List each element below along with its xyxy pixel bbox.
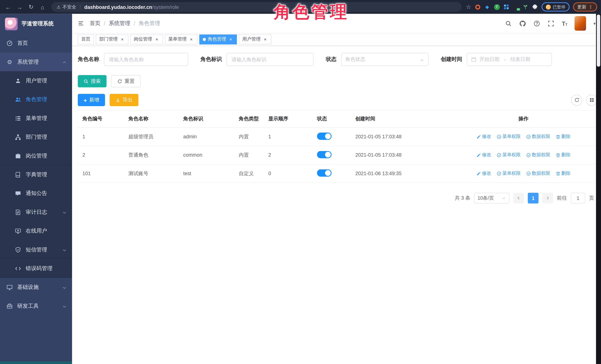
sidebar-item-sms-management[interactable]: 短信管理	[0, 240, 72, 259]
column-settings-button[interactable]	[586, 94, 597, 106]
search-icon[interactable]	[505, 20, 512, 27]
browser-update-button[interactable]: 更新 ⋮	[573, 2, 597, 11]
app-logo[interactable]: 芋道管理系统	[0, 14, 72, 34]
tab-dept-management[interactable]: 部门管理×	[96, 34, 128, 44]
extension-puzzle-icon[interactable]	[532, 4, 538, 10]
user-avatar[interactable]	[575, 16, 586, 31]
action-label: 菜单权限	[502, 170, 521, 177]
breadcrumb-item[interactable]: 首页	[90, 20, 100, 27]
tab-home[interactable]: 首页	[78, 34, 94, 44]
chevron-down-icon	[62, 247, 67, 252]
page-content: 角色名称 角色标识 状态 角色状态	[72, 46, 601, 364]
sidebar-item-menu-management[interactable]: 菜单管理	[0, 109, 72, 128]
delete-action[interactable]: 删除	[556, 133, 571, 140]
extension-sprout-icon[interactable]	[522, 4, 529, 10]
online-icon	[15, 228, 21, 234]
github-icon[interactable]	[519, 20, 526, 27]
circle-check-icon	[526, 153, 531, 157]
create-time-range-picker[interactable]: 开始日期 - 结束日期	[467, 53, 552, 66]
edit-action[interactable]: 修改	[476, 170, 491, 177]
sidebar-item-infrastructure[interactable]: 基础设施	[0, 278, 72, 296]
page-number-button[interactable]: 1	[528, 193, 539, 204]
sidebar-item-dept-management[interactable]: 部门管理	[0, 128, 72, 146]
menu-permission-action[interactable]: 菜单权限	[497, 152, 521, 158]
caret-down-icon[interactable]: ▾	[594, 21, 596, 26]
sidebar-item-system-management[interactable]: ⚙系统管理	[0, 53, 72, 71]
fullscreen-icon[interactable]	[548, 20, 554, 27]
extension-green-icon[interactable]: 7	[494, 4, 500, 10]
end-date-placeholder: 结束日期	[510, 56, 530, 63]
breadcrumb-item[interactable]: 系统管理	[109, 20, 130, 27]
tab-role-management[interactable]: 角色管理×	[199, 34, 237, 44]
sidebar-item-notice-announcement[interactable]: 通知公告	[0, 184, 72, 203]
help-icon[interactable]	[533, 20, 540, 27]
sidebar-item-audit-log[interactable]: 审计日志	[0, 203, 72, 221]
next-page-button[interactable]	[542, 193, 553, 204]
role-key-input[interactable]	[227, 53, 314, 66]
data-permission-action[interactable]: 数据权限	[526, 133, 550, 140]
goto-page-input[interactable]	[571, 193, 585, 204]
edit-action[interactable]: 修改	[476, 133, 491, 140]
status-select[interactable]: 角色状态	[341, 53, 429, 66]
cell-key: admin	[179, 134, 234, 139]
extension-on-icon[interactable]: on	[513, 4, 519, 10]
font-size-icon[interactable]: TT	[562, 20, 567, 27]
close-icon[interactable]: ×	[120, 37, 125, 42]
tab-menu-management[interactable]: 菜单管理×	[165, 34, 197, 44]
sidebar-item-role-management[interactable]: 角色管理	[0, 90, 72, 109]
close-icon[interactable]: ×	[189, 37, 194, 42]
refresh-table-button[interactable]	[571, 94, 582, 106]
status-toggle[interactable]	[317, 169, 331, 177]
cell-actions: 修改菜单权限数据权限删除	[450, 133, 597, 140]
close-icon[interactable]: ×	[228, 37, 233, 42]
browser-reload-icon[interactable]: ↻	[27, 3, 35, 11]
close-icon[interactable]: ×	[263, 37, 268, 42]
sidebar-item-user-management[interactable]: 用户管理	[0, 71, 72, 90]
column-header: 状态	[312, 115, 351, 122]
data-permission-action[interactable]: 数据权限	[526, 152, 550, 158]
status-toggle[interactable]	[317, 132, 331, 140]
scrollbar-thumb[interactable]	[597, 15, 600, 67]
sidebar-item-error-code-management[interactable]: 错误码管理	[0, 259, 72, 278]
extension-grid-icon[interactable]	[503, 4, 509, 10]
export-button[interactable]: 导出	[110, 94, 138, 106]
browser-menu-icon[interactable]: ⋮	[588, 4, 593, 10]
browser-home-icon[interactable]: ⌂	[38, 3, 47, 11]
table-row: 2普通角色common内置22021-01-05 17:03:48修改菜单权限数…	[78, 146, 597, 164]
sidebar-item-label: 在线用户	[26, 227, 47, 234]
profile-paused-badge[interactable]: 已暂停	[541, 2, 570, 11]
tab-post-management[interactable]: 岗位管理×	[130, 34, 163, 44]
sidebar-item-dict-management[interactable]: 字典管理	[0, 165, 72, 184]
browser-forward-icon[interactable]: →	[15, 3, 24, 11]
menu-permission-action[interactable]: 菜单权限	[497, 133, 521, 140]
pagination: 共 3 条 10条/页 1 前往	[78, 193, 597, 204]
bookmark-star-icon[interactable]: ☆	[466, 3, 471, 10]
page-size-select[interactable]: 10条/页	[474, 193, 509, 204]
status-toggle[interactable]	[317, 151, 331, 158]
sidebar-item-label: 字典管理	[26, 171, 47, 178]
extension-gem-icon[interactable]: ◆	[484, 4, 490, 10]
address-bar[interactable]: ⚠ 不安全 dashboard.yudao.iocoder.cn /system…	[51, 2, 461, 12]
shield-icon	[15, 247, 21, 253]
menu-permission-action[interactable]: 菜单权限	[497, 170, 521, 177]
role-name-input[interactable]	[104, 53, 188, 66]
sidebar-item-dev-tools[interactable]: 研发工具	[0, 297, 72, 315]
reset-button[interactable]: 重置	[111, 75, 140, 87]
insecure-warning-icon: ⚠	[57, 4, 60, 10]
sidebar-item-online-users[interactable]: 在线用户	[0, 221, 72, 240]
prev-page-button[interactable]	[513, 193, 524, 204]
close-icon[interactable]: ×	[154, 37, 160, 42]
search-button[interactable]: 搜索	[78, 75, 107, 87]
edit-action[interactable]: 修改	[476, 152, 491, 158]
delete-action[interactable]: 删除	[556, 152, 571, 158]
extension-ring-icon[interactable]	[474, 4, 481, 10]
sidebar-item-post-management[interactable]: 岗位管理	[0, 147, 72, 165]
tab-user-management[interactable]: 用户管理×	[239, 34, 271, 44]
page-scrollbar[interactable]	[596, 14, 601, 364]
add-button[interactable]: + 新增	[78, 94, 105, 106]
sidebar-item-home[interactable]: 首页	[0, 34, 72, 52]
browser-back-icon[interactable]: ←	[4, 3, 12, 11]
hamburger-icon[interactable]	[72, 14, 90, 33]
delete-action[interactable]: 删除	[556, 170, 571, 177]
data-permission-action[interactable]: 数据权限	[526, 170, 550, 177]
